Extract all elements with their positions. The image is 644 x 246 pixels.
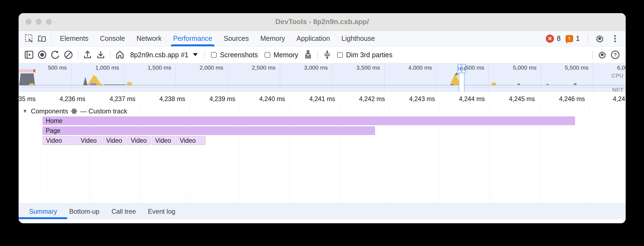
close-window-button[interactable] [26,19,31,25]
overview-tick-label: 5,000 ms [490,64,539,71]
tab-application[interactable]: Application [291,31,336,46]
help-button[interactable]: ? [609,48,622,61]
track-gridline [589,107,590,203]
save-profile-button[interactable] [94,48,107,61]
capture-settings-button[interactable] [596,48,609,61]
zoom-window-button[interactable] [46,19,52,25]
checkbox-box [211,52,217,58]
overview-gridline [541,63,541,91]
flame-bar-video[interactable]: Video [77,136,102,145]
error-badge-icon[interactable]: ✕ [546,35,554,43]
ruler-tick-label: 4,240 ms [239,95,287,103]
home-icon [115,50,125,60]
tab-memory[interactable]: Memory [254,31,291,46]
flame-bar-video[interactable]: Video [127,136,151,145]
drawer-tab-event-log[interactable]: Event log [142,204,181,219]
more-options-button[interactable] [609,33,621,45]
custom-track-header[interactable]: ▼ Components — Custom track [22,107,127,115]
home-button[interactable] [113,48,126,61]
device-toolbar-icon [37,34,47,43]
overview-tick-label: 1,500 ms [125,64,173,71]
flame-chart-area[interactable]: ▼ Components — Custom track HomePageVide… [19,107,626,203]
ruler-tick-label: 4,242 ms [338,95,387,103]
flame-bar-video[interactable]: Video [42,136,76,145]
panel-play-icon [24,50,34,60]
selection-handle-right[interactable] [462,64,466,73]
memory-checkbox[interactable]: Memory [261,51,301,59]
tab-bar-right: ✕ 8 ! 1 [546,33,621,45]
overview-gridline [123,63,124,91]
overview-tick-label: 3,000 ms [281,64,330,71]
selection-window-line [464,71,465,91]
disclosure-triangle-icon[interactable]: ▼ [22,108,28,114]
live-metrics-panel-button[interactable] [22,48,36,61]
ruler-tick-mark [389,103,390,107]
drawer-tab-summary[interactable]: Summary [23,204,63,219]
warning-badge-icon[interactable]: ! [565,35,573,42]
flame-bar-video[interactable]: Video [152,136,175,145]
toggle-device-toolbar-button[interactable] [36,33,48,45]
ruler-tick-mark [340,103,340,107]
checkbox-label: Memory [274,51,298,59]
screenshots-checkbox[interactable]: Screenshots [208,51,261,59]
timeline-ruler[interactable]: 35 ms4,236 ms4,237 ms4,238 ms4,239 ms4,2… [19,92,626,107]
tab-console[interactable]: Console [94,31,131,46]
horizontal-gridline [19,198,626,198]
checkbox-label: Screenshots [220,51,258,59]
inspect-element-button[interactable] [23,33,36,45]
active-tab-underline [19,217,67,219]
drawer-tab-call-tree[interactable]: Call tree [105,204,142,219]
ruler-tick-mark [589,103,590,107]
selection-window-line [459,71,459,91]
overview-tick-label: 3,500 ms [333,64,382,71]
issues-count[interactable]: 1 [576,35,580,42]
error-count[interactable]: 8 [557,35,561,42]
selection-handle-left[interactable] [457,64,462,73]
cpu-strip-label: CPU [611,73,623,79]
ruler-tick-label: 4,245 ms [488,95,537,103]
shortcuts-dialog-button[interactable] [321,48,334,61]
net-request-bar [19,69,33,72]
minimize-window-button[interactable] [36,19,42,25]
flame-bar-page[interactable]: Page [42,126,375,135]
drawer-content-strip [19,219,626,223]
drawer-tab-bar: SummaryBottom-upCall treeEvent log [19,203,626,219]
ruler-tick-mark [240,103,240,107]
settings-button[interactable] [593,33,606,45]
overview-gridline [71,63,71,91]
net-request-tail [33,69,35,72]
ruler-tick-mark [140,103,140,107]
dim-3rd-parties-checkbox[interactable]: Dim 3rd parties [334,51,396,59]
collapse-arrows-icon [322,50,332,60]
flame-bar-video[interactable]: Video [103,136,126,145]
divider [51,34,51,43]
tab-lighthouse[interactable]: Lighthouse [336,31,381,46]
flame-bar-video[interactable]: Video [176,136,205,145]
record-and-reload-button[interactable] [49,48,62,61]
flame-bar-home[interactable]: Home [42,116,575,125]
drawer-tab-bottom-up[interactable]: Bottom-up [63,204,106,219]
window-title: DevTools - 8p2n9n.csb.app/ [275,18,369,26]
ruler-tick-mark [439,103,440,107]
clear-button[interactable] [62,48,75,61]
tab-elements[interactable]: Elements [54,31,94,46]
divider [78,50,78,59]
react-atom-icon [71,108,77,115]
cpu-spike [83,77,88,85]
tab-sources[interactable]: Sources [218,31,255,46]
tab-network[interactable]: Network [131,31,167,46]
collect-garbage-button[interactable] [301,48,315,61]
tab-performance[interactable]: Performance [167,31,218,46]
record-button[interactable] [36,48,49,61]
timeline-overview[interactable]: CPU NET 500 ms1,000 ms1,500 ms2,000 ms2,… [19,63,626,92]
ruler-tick-label: 4,237 ms [89,95,138,103]
ruler-tick-label: 4,241 ms [289,95,337,103]
divider [110,50,111,59]
ruler-tick-mark [539,103,539,107]
toolbar-right: ? [590,48,622,61]
target-selector[interactable]: 8p2n9n.csb.app #1 [126,51,202,59]
window-controls [26,13,52,30]
checkbox-label: Dim 3rd parties [346,51,393,59]
load-profile-button[interactable] [81,48,94,61]
download-icon [96,50,106,60]
